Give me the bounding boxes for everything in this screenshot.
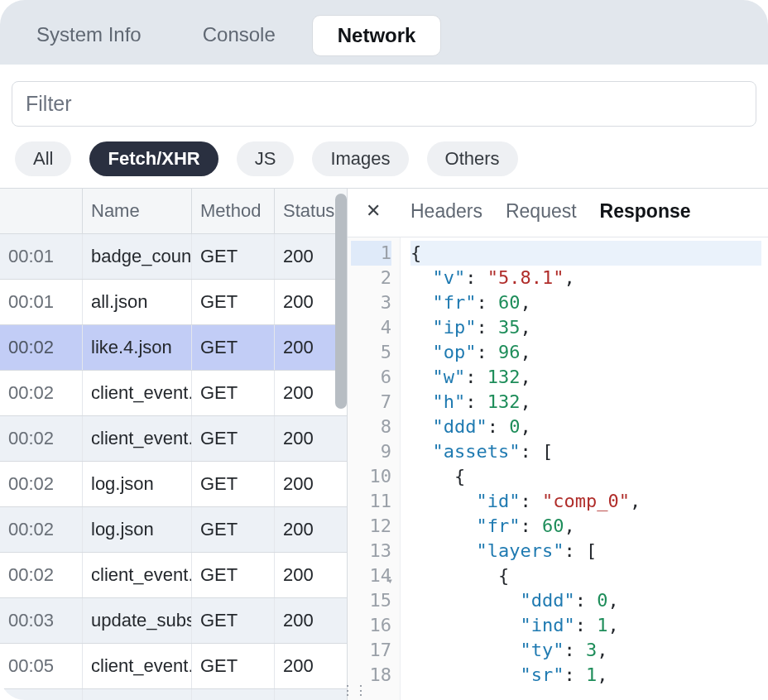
cell-name: log.json	[83, 462, 192, 506]
filter-pill-all[interactable]: All	[15, 141, 71, 176]
content-split: Name Method Status 00:01badge_countGET20…	[0, 188, 768, 700]
line-number: 16	[351, 613, 391, 638]
table-row[interactable]: 00:03update_subsGET200	[0, 597, 347, 643]
close-icon[interactable]: ✕	[359, 199, 387, 223]
cell-name: client_event.	[83, 371, 192, 415]
table-row[interactable]: 00:02log.jsonGET200	[0, 506, 347, 552]
code-line: "fr": 60,	[410, 514, 761, 539]
col-method[interactable]: Method	[192, 189, 275, 233]
tab-network[interactable]: Network	[312, 15, 442, 56]
code-line: "ddd": 0,	[410, 588, 761, 613]
request-table-header: Name Method Status	[0, 189, 347, 233]
col-name[interactable]: Name	[83, 189, 192, 233]
cell-name: client_event.	[83, 644, 192, 688]
code-line: "w": 132,	[410, 365, 761, 390]
cell-time: 00:03	[0, 598, 83, 643]
cell-name: update_subs	[83, 598, 192, 643]
code-line: "v": "5.8.1",	[410, 266, 761, 290]
table-row[interactable]: 00:02like.4.jsonGET200	[0, 324, 347, 370]
cell-method: GET	[192, 280, 275, 324]
cell-name: client_event.	[83, 416, 192, 461]
cell-time: 00:02	[0, 371, 83, 415]
line-number: 5	[351, 340, 391, 365]
cell-name: all.json	[83, 280, 192, 324]
cell-time: 00:05	[0, 644, 83, 688]
cell-method: GET	[192, 462, 275, 506]
filter-pill-others[interactable]: Others	[427, 141, 518, 176]
code-line: "fr": 60,	[410, 290, 761, 315]
table-row[interactable]: 00:02client_event.GET200	[0, 552, 347, 597]
vertical-scrollbar[interactable]	[335, 194, 347, 409]
table-row[interactable]: 00:02client_event.GET200	[0, 370, 347, 415]
cell-name: badge_count	[83, 234, 192, 279]
tab-system-info[interactable]: System Info	[12, 15, 166, 56]
request-table-body: 00:01badge_countGET20000:01all.jsonGET20…	[0, 233, 347, 700]
cell-method: GET	[192, 644, 275, 688]
cell-status: 200	[275, 644, 347, 688]
table-row[interactable]: 00:08client_event.GET200	[0, 688, 347, 700]
cell-name: like.4.json	[83, 325, 192, 370]
line-number: 7	[351, 390, 391, 415]
line-number: 2	[351, 266, 391, 290]
filter-wrap	[0, 65, 768, 135]
table-row[interactable]: 00:05client_event.GET200	[0, 643, 347, 688]
line-number: 9	[351, 439, 391, 464]
cell-time: 00:01	[0, 234, 83, 279]
cell-time: 00:08	[0, 689, 83, 700]
main-tabs-bar: System InfoConsoleNetwork	[0, 0, 768, 65]
cell-name: log.json	[83, 507, 192, 552]
detail-pane: ⋮⋮ ✕ HeadersRequestResponse 123456789101…	[348, 189, 768, 700]
cell-method: GET	[192, 689, 275, 700]
line-number: 4	[351, 315, 391, 340]
cell-time: 00:02	[0, 553, 83, 597]
code-content[interactable]: { "v": "5.8.1", "fr": 60, "ip": 35, "op"…	[401, 237, 768, 700]
cell-status: 200	[275, 553, 347, 597]
line-number: 13	[351, 539, 391, 563]
cell-name: client_event.	[83, 553, 192, 597]
line-number: 3	[351, 290, 391, 315]
table-row[interactable]: 00:01all.jsonGET200	[0, 279, 347, 324]
cell-status: 200	[275, 598, 347, 643]
detail-tab-request[interactable]: Request	[506, 200, 577, 223]
line-number: 11	[351, 489, 391, 514]
cell-time: 00:02	[0, 462, 83, 506]
devtools-window: System InfoConsoleNetwork AllFetch/XHRJS…	[0, 0, 768, 700]
line-number: 8	[351, 415, 391, 439]
filter-pill-js[interactable]: JS	[237, 141, 295, 176]
line-number: 1	[351, 241, 391, 266]
cell-status: 200	[275, 416, 347, 461]
line-number: 14▾	[351, 563, 391, 588]
code-line: "ddd": 0,	[410, 415, 761, 439]
code-line: "ty": 3,	[410, 638, 761, 663]
cell-name: client_event.	[83, 689, 192, 700]
line-gutter: 1234567891011121314▾15161718	[348, 237, 401, 700]
code-line: "layers": [	[410, 539, 761, 563]
filter-pill-images[interactable]: Images	[312, 141, 408, 176]
filter-input[interactable]	[12, 81, 756, 127]
col-time[interactable]	[0, 189, 83, 233]
code-line: "op": 96,	[410, 340, 761, 365]
code-line: "id": "comp_0",	[410, 489, 761, 514]
detail-tab-headers[interactable]: Headers	[410, 200, 482, 223]
cell-time: 00:01	[0, 280, 83, 324]
filter-pill-fetch-xhr[interactable]: Fetch/XHR	[89, 141, 218, 176]
cell-method: GET	[192, 598, 275, 643]
line-number: 12	[351, 514, 391, 539]
line-number: 15	[351, 588, 391, 613]
code-line: {	[410, 464, 761, 489]
cell-method: GET	[192, 325, 275, 370]
cell-method: GET	[192, 416, 275, 461]
code-line: {	[410, 563, 761, 588]
cell-method: GET	[192, 507, 275, 552]
request-list-pane: Name Method Status 00:01badge_countGET20…	[0, 189, 348, 700]
detail-tab-response[interactable]: Response	[600, 200, 691, 223]
line-number: 18	[351, 663, 391, 688]
table-row[interactable]: 00:01badge_countGET200	[0, 233, 347, 279]
code-line: "ind": 1,	[410, 613, 761, 638]
code-line: "ip": 35,	[410, 315, 761, 340]
cell-time: 00:02	[0, 416, 83, 461]
response-body: 1234567891011121314▾15161718 { "v": "5.8…	[348, 237, 768, 700]
table-row[interactable]: 00:02log.jsonGET200	[0, 461, 347, 506]
tab-console[interactable]: Console	[178, 15, 300, 56]
table-row[interactable]: 00:02client_event.GET200	[0, 415, 347, 461]
